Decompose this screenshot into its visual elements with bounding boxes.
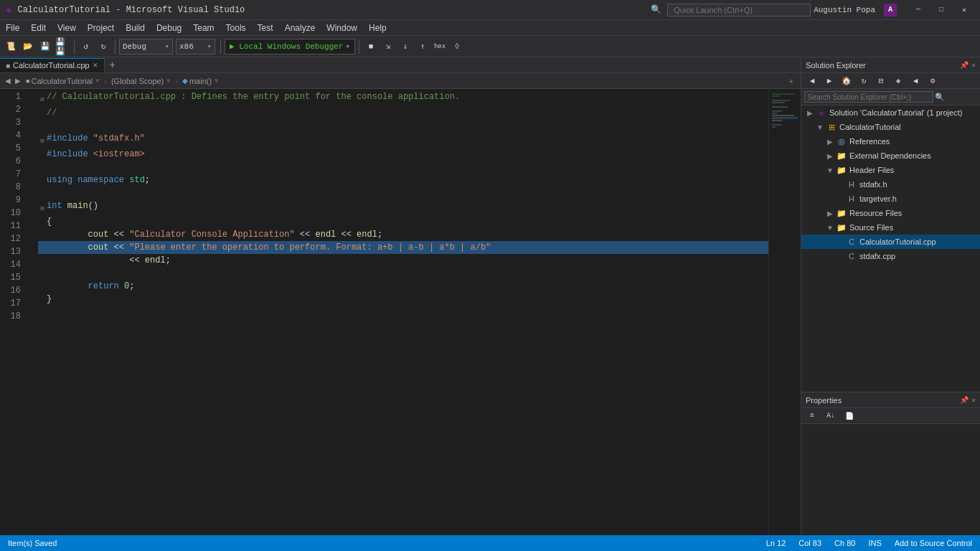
save-all-btn[interactable]: 💾💾 bbox=[55, 39, 70, 55]
save-btn[interactable]: 💾 bbox=[37, 39, 53, 55]
toolbar-sep-3 bbox=[220, 39, 221, 54]
se-search-btn[interactable]: 🔍 bbox=[933, 90, 946, 103]
tree-item-0[interactable]: ▶◈Solution 'CalculatorTutorial' (1 proje… bbox=[801, 105, 980, 120]
quick-launch-input[interactable] bbox=[667, 4, 811, 17]
se-search-input[interactable] bbox=[804, 91, 933, 103]
bookmark-btn[interactable]: ◊ bbox=[449, 39, 465, 55]
tree-icon-8: 📁 bbox=[836, 222, 847, 233]
breakpoint-btn[interactable]: ■ bbox=[363, 39, 379, 55]
se-home-btn[interactable]: 🏠 bbox=[839, 73, 854, 89]
arch-dropdown[interactable]: x86 ▾ bbox=[176, 39, 215, 55]
restore-button[interactable]: □ bbox=[931, 0, 951, 20]
line-number-1: 1 bbox=[0, 90, 27, 103]
menu-item-file[interactable]: File bbox=[0, 20, 25, 35]
open-btn[interactable]: 📂 bbox=[20, 39, 36, 55]
tab-calculatortutorial-cpp[interactable]: ■ CalculatorTutorial.cpp ✕ bbox=[0, 58, 105, 72]
tree-icon-4: 📁 bbox=[836, 164, 847, 176]
code-text-16: } bbox=[47, 293, 52, 306]
tree-item-1[interactable]: ▼⊞CalculatorTutorial bbox=[801, 120, 980, 134]
tree-item-7[interactable]: ▶📁Resource Files bbox=[801, 206, 980, 220]
status-mode[interactable]: INS bbox=[866, 539, 883, 547]
tab-label: CalculatorTutorial.cpp bbox=[13, 61, 90, 70]
status-col[interactable]: Col 83 bbox=[796, 539, 824, 547]
se-pin-icon[interactable]: 📌 bbox=[960, 61, 969, 70]
code-text-15: return 0; bbox=[47, 280, 134, 293]
nav-forward-arrow[interactable]: ▶ bbox=[13, 77, 23, 85]
menu-item-test[interactable]: Test bbox=[252, 20, 279, 35]
nav-back-arrow[interactable]: ◀ bbox=[3, 77, 13, 85]
tree-item-5[interactable]: Hstdafx.h bbox=[801, 177, 980, 192]
se-close-icon[interactable]: ✕ bbox=[971, 61, 976, 70]
status-line[interactable]: Ln 12 bbox=[764, 539, 788, 547]
menu-item-project[interactable]: Project bbox=[82, 20, 120, 35]
code-content[interactable]: ⊟// CalculatorTutorial.cpp : Defines the… bbox=[32, 89, 768, 535]
status-ch[interactable]: Ch 80 bbox=[832, 539, 857, 547]
step-over-btn[interactable]: ⇲ bbox=[380, 39, 396, 55]
menu-item-team[interactable]: Team bbox=[187, 20, 220, 35]
code-text-6 bbox=[47, 161, 52, 174]
menu-item-debug[interactable]: Debug bbox=[151, 20, 187, 35]
tree-expand-1[interactable]: ▼ bbox=[814, 123, 826, 131]
se-collapse-btn[interactable]: ⊟ bbox=[873, 73, 889, 89]
undo-btn[interactable]: ↺ bbox=[78, 39, 94, 55]
filepath-scope[interactable]: (Global Scope) ▾ bbox=[108, 76, 174, 85]
code-text-13: << endl; bbox=[47, 254, 171, 267]
menu-item-window[interactable]: Window bbox=[321, 20, 363, 35]
filepath-project[interactable]: ■ CalculatorTutorial ▾ bbox=[23, 76, 103, 85]
menu-item-view[interactable]: View bbox=[52, 20, 82, 35]
menu-item-tools[interactable]: Tools bbox=[220, 20, 252, 35]
new-tab-button[interactable]: + bbox=[105, 58, 121, 72]
prop-alpha-btn[interactable]: A↓ bbox=[823, 410, 839, 423]
menu-item-build[interactable]: Build bbox=[120, 20, 151, 35]
tree-item-3[interactable]: ▶📁External Dependencies bbox=[801, 149, 980, 163]
se-toolbar: ◀ ▶ 🏠 ↻ ⊟ ◈ ◀ ⚙ bbox=[801, 73, 980, 89]
editor-expand-btn[interactable]: + bbox=[785, 75, 798, 88]
tree-item-10[interactable]: Cstdafx.cpp bbox=[801, 249, 980, 263]
tree-expand-8[interactable]: ▼ bbox=[824, 224, 836, 232]
tree-expand-4[interactable]: ▼ bbox=[824, 166, 836, 174]
menu-item-help[interactable]: Help bbox=[363, 20, 392, 35]
minimize-button[interactable]: ─ bbox=[908, 0, 928, 20]
tree-expand-2[interactable]: ▶ bbox=[824, 138, 836, 146]
run-button[interactable]: ▶ Local Windows Debugger ▾ bbox=[225, 39, 355, 55]
menu-item-edit[interactable]: Edit bbox=[25, 20, 52, 35]
se-forward-btn[interactable]: ▶ bbox=[821, 73, 837, 89]
tree-item-2[interactable]: ▶◎References bbox=[801, 134, 980, 149]
se-back-btn[interactable]: ◀ bbox=[804, 73, 820, 89]
tree-item-4[interactable]: ▼📁Header Files bbox=[801, 163, 980, 177]
tree-item-8[interactable]: ▼📁Source Files bbox=[801, 220, 980, 235]
step-into-btn[interactable]: ⇓ bbox=[397, 39, 413, 55]
step-out-btn[interactable]: ⇑ bbox=[415, 39, 430, 55]
se-filter-btn[interactable]: ◀ bbox=[908, 73, 923, 89]
menu-item-analyze[interactable]: Analyze bbox=[279, 20, 321, 35]
debug-mode-dropdown[interactable]: Debug ▾ bbox=[119, 39, 173, 55]
prop-category-btn[interactable]: ≡ bbox=[804, 410, 820, 423]
se-settings-btn[interactable]: ⚙ bbox=[925, 73, 941, 89]
new-project-btn[interactable]: 📜 bbox=[3, 39, 19, 55]
tree-icon-7: 📁 bbox=[836, 207, 847, 219]
fold-icon-4[interactable]: ⊟ bbox=[38, 135, 47, 148]
tree-expand-7[interactable]: ▶ bbox=[824, 209, 836, 217]
filepath-symbol[interactable]: ◆ main() ▾ bbox=[179, 76, 222, 85]
prop-page-btn[interactable]: 📄 bbox=[842, 410, 857, 423]
line-number-2: 2 bbox=[0, 103, 27, 116]
tree-expand-3[interactable]: ▶ bbox=[824, 152, 836, 160]
prop-pin-icon[interactable]: 📌 bbox=[960, 396, 969, 405]
minimap bbox=[768, 89, 801, 535]
status-source-control[interactable]: Add to Source Control bbox=[892, 539, 974, 547]
fold-icon-9[interactable]: ⊟ bbox=[38, 202, 47, 215]
status-message[interactable]: Item(s) Saved bbox=[6, 539, 59, 547]
tree-item-9[interactable]: CCalculatorTutorial.cpp bbox=[801, 235, 980, 249]
tree-item-6[interactable]: Htargetver.h bbox=[801, 192, 980, 206]
redo-btn[interactable]: ↻ bbox=[95, 39, 111, 55]
prop-close-icon[interactable]: ✕ bbox=[971, 396, 976, 405]
se-refresh-btn[interactable]: ↻ bbox=[856, 73, 872, 89]
fold-icon-1[interactable]: ⊟ bbox=[38, 93, 47, 106]
se-pending-btn[interactable]: ◈ bbox=[890, 73, 906, 89]
tab-close-icon[interactable]: ✕ bbox=[93, 62, 98, 69]
vs-logo: ◆ bbox=[6, 4, 11, 16]
tree-expand-0[interactable]: ▶ bbox=[804, 109, 816, 117]
hex-btn[interactable]: hex bbox=[432, 39, 448, 55]
tree-label-0: Solution 'CalculatorTutorial' (1 project… bbox=[829, 108, 962, 117]
close-button[interactable]: ✕ bbox=[954, 0, 974, 20]
